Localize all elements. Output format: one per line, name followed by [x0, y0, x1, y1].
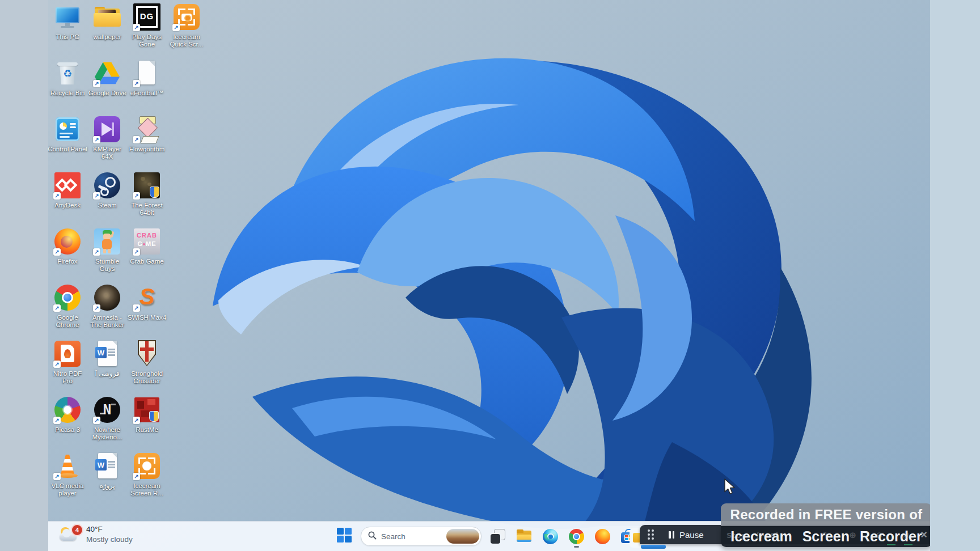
shortcut-arrow-badge: ↗	[93, 304, 100, 312]
shortcut-arrow-badge: ↗	[93, 80, 100, 87]
desktop-icon-kmplayer[interactable]: ↗KMPlayer 64X	[87, 115, 127, 160]
desktop-icon-label: Nitro PDF Pro	[48, 370, 87, 385]
desktop-icon-stronghold[interactable]: Stronghold Crusader	[127, 340, 167, 385]
stumble-guys-icon: ↗	[93, 227, 121, 256]
desktop-icon-rustme[interactable]: ↗RustMe	[127, 396, 167, 434]
desktop-icon-word-doc[interactable]: Wپروژه	[87, 452, 127, 490]
desktop-icon-flowgorithm[interactable]: ↗Flowgorithm	[127, 115, 167, 153]
this-pc-icon	[53, 3, 82, 31]
desktop-icon-chrome[interactable]: ↗Google Chrome	[48, 283, 87, 329]
chrome-button[interactable]	[567, 527, 586, 546]
start-button[interactable]	[335, 527, 354, 546]
desktop-icon-this-pc[interactable]: This PC	[48, 3, 87, 41]
watermark-line2: Stop (F10) Icecream Screen Recorder ✎ ⊕ …	[721, 526, 930, 547]
drag-handle-icon[interactable]	[648, 529, 654, 540]
shortcut-arrow-badge: ↗	[133, 24, 140, 31]
file-explorer-button[interactable]	[514, 527, 534, 546]
icecream-screen-icon: ↗	[133, 452, 161, 480]
windows-start-icon	[337, 528, 352, 545]
edge-button[interactable]	[540, 527, 560, 546]
desktop-icon-label: فروشی آ	[95, 370, 119, 378]
close-icon[interactable]: ×	[920, 528, 927, 541]
desktop-icon-nitro[interactable]: ↗Nitro PDF Pro	[48, 340, 87, 385]
desktop-icon-folder-image[interactable]: wallpeper	[87, 3, 127, 41]
shortcut-arrow-badge: ↗	[53, 192, 61, 200]
picasa-icon: ↗	[53, 396, 82, 424]
desktop-icon-picasa[interactable]: ↗Picasa 3	[48, 396, 87, 434]
stop-button-ghost[interactable]: Stop (F10)	[726, 531, 779, 540]
desktop-icon-vlc[interactable]: ↗VLC media player	[48, 452, 87, 497]
desktop-icon-steam[interactable]: ↗Steam	[87, 171, 127, 209]
shortcut-arrow-badge: ↗	[93, 192, 100, 200]
desktop-icon-label: RustMe	[136, 426, 158, 434]
control-panel-icon	[53, 115, 82, 143]
shortcut-arrow-badge: ↗	[53, 304, 61, 312]
google-drive-icon: ↗	[93, 59, 121, 87]
desktop-icon-label: Steam	[98, 202, 116, 209]
free-version-watermark: Recorded in FREE version of Stop (F10) I…	[721, 503, 930, 547]
pause-icon	[669, 531, 674, 539]
bing-daily-image[interactable]	[446, 529, 479, 544]
weather-condition: Mostly cloudy	[86, 535, 133, 544]
tool-active-underline	[904, 544, 913, 545]
desktop-icon-label: AnyDesk	[54, 202, 81, 209]
desktop-icon-label: The Forest 64bit	[127, 202, 167, 217]
firefox-button[interactable]	[593, 527, 612, 546]
folder-image-icon	[93, 3, 121, 31]
swish-icon: S↗	[133, 283, 161, 312]
file-explorer-icon	[516, 529, 532, 544]
shortcut-arrow-badge: ↗	[172, 24, 180, 31]
task-view-icon	[491, 529, 505, 544]
desktop-icon-label: Nowhere Mysterio...	[87, 426, 127, 441]
desktop-icon-firefox[interactable]: ↗Firefox	[48, 227, 87, 265]
shortcut-arrow-badge: ↗	[133, 80, 140, 87]
desktop-icon-document-blank[interactable]: ↗eFootball™	[127, 59, 167, 97]
stronghold-icon	[133, 340, 161, 368]
desktop-icon-days-gone[interactable]: DG↗Play Days Gone	[127, 3, 167, 48]
shortcut-arrow-badge: ↗	[53, 417, 61, 424]
taskbar-weather-widget[interactable]: 4 40°F Mostly cloudy	[60, 525, 133, 546]
desktop-icon-anydesk[interactable]: ↗AnyDesk	[48, 171, 87, 209]
rustme-icon: ↗	[133, 396, 161, 424]
desktop-icon-swish[interactable]: S↗SWiSH Max4	[127, 283, 167, 321]
running-indicator	[574, 546, 579, 548]
shortcut-arrow-badge: ↗	[53, 248, 61, 256]
pause-button[interactable]: Pause	[669, 530, 704, 540]
flowgorithm-icon: ↗	[133, 115, 161, 143]
desktop-icon-control-panel[interactable]: Control Panel	[48, 115, 87, 153]
desktop-icon-google-drive[interactable]: ↗Google Drive	[87, 59, 127, 97]
desktop-icon-amnesia[interactable]: ↗Amnesia - The Bunker	[87, 283, 127, 329]
firefox-icon	[595, 529, 610, 544]
desktop-icon-icecream-screen[interactable]: ↗Icecream Screen R...	[127, 452, 167, 497]
desktop-icon-word-doc[interactable]: Wفروشی آ	[87, 340, 127, 378]
desktop-icon-label: Picasa 3	[55, 426, 80, 434]
recycle-bin-icon: ♻	[53, 59, 82, 87]
desktop-icon-label: VLC media player	[48, 482, 87, 497]
edge-icon	[543, 529, 558, 544]
desktop-icon-label: Icecream Quick Scr...	[167, 33, 206, 48]
letterbox-left	[0, 0, 48, 551]
desktop-icon-label: پروژه	[100, 482, 115, 490]
search-box[interactable]: Search	[361, 527, 481, 546]
icecream-quick-icon: ↗	[172, 3, 201, 31]
desktop-icon-label: Control Panel	[48, 146, 87, 153]
desktop-icon-icecream-quick[interactable]: ↗Icecream Quick Scr...	[167, 3, 206, 48]
desktop-icon-label: Play Days Gone	[127, 33, 167, 48]
shortcut-arrow-badge: ↗	[93, 248, 100, 256]
desktop-icon-recycle-bin[interactable]: ♻Recycle Bin	[48, 59, 87, 97]
cloud-sun-icon: 4	[60, 525, 81, 546]
desktop-icon-label: KMPlayer 64X	[87, 146, 127, 160]
mouse-cursor	[723, 478, 736, 498]
firefox-icon: ↗	[53, 227, 82, 256]
crab-game-icon: CRABG⬩ME↗	[133, 227, 161, 256]
search-icon	[368, 531, 377, 542]
desktop-icon-label: Google Chrome	[48, 314, 87, 329]
desktop-icon-stumble-guys[interactable]: ↗Stumble Guys	[87, 227, 127, 273]
desktop-icon-nowhere[interactable]: N↗Nowhere Mysterio...	[87, 396, 127, 441]
the-forest-icon: ↗	[133, 171, 161, 200]
desktop-icon-label: Firefox	[57, 258, 77, 265]
task-view-button[interactable]	[488, 527, 508, 546]
shortcut-arrow-badge: ↗	[53, 361, 61, 368]
desktop-icon-crab-game[interactable]: CRABG⬩ME↗Crab Game	[127, 227, 167, 265]
desktop-icon-the-forest[interactable]: ↗The Forest 64bit	[127, 171, 167, 217]
